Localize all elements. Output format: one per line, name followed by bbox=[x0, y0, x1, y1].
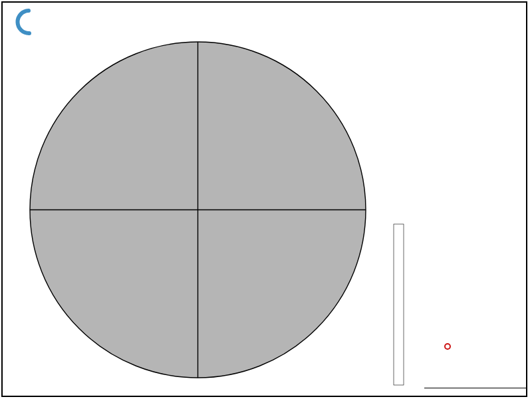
skymap-plot bbox=[0, 0, 399, 399]
showskymap-window bbox=[0, 0, 532, 399]
negative-doppler-legend bbox=[444, 343, 455, 350]
footer-divider bbox=[424, 388, 526, 388]
colorbar-gradient bbox=[394, 224, 404, 385]
ring-icon bbox=[444, 343, 451, 350]
positive-doppler-legend bbox=[444, 264, 448, 273]
doppler-colorbar bbox=[389, 219, 444, 391]
